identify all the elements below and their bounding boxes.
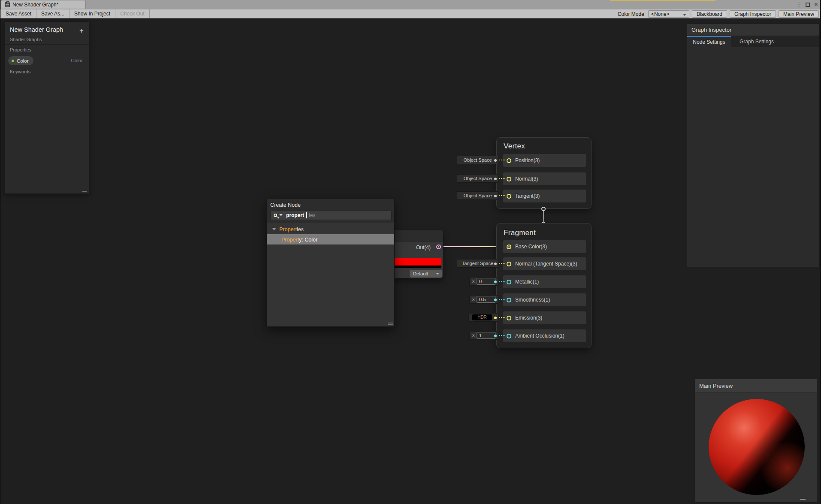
shader-graph-asset-icon: [5, 2, 10, 7]
ao-value-widget[interactable]: X 1: [469, 331, 498, 340]
space-dropdown[interactable]: Object Space: [457, 156, 498, 164]
close-icon[interactable]: ✕: [814, 0, 818, 9]
port-vec3[interactable]: [507, 262, 511, 266]
foldout-arrow-icon[interactable]: [272, 228, 276, 230]
property-color-dot-icon: [12, 60, 14, 62]
inspector-tab-bar: Node Settings Graph Settings: [687, 36, 819, 47]
connector-dot: [494, 299, 497, 301]
connector-dot: [494, 263, 497, 265]
result-match-text: Propert: [281, 237, 299, 243]
color-mode-value: <None>: [651, 11, 670, 17]
tab-graph-settings[interactable]: Graph Settings: [731, 36, 782, 47]
metallic-value-field[interactable]: 0: [477, 278, 495, 285]
main-preview-panel[interactable]: Main Preview: [694, 379, 817, 503]
port-scalar[interactable]: [507, 280, 511, 284]
slot-label: Ambient Occlusion(1): [515, 333, 564, 339]
connector-dash: [499, 281, 505, 282]
x-label: X: [472, 333, 475, 338]
ao-value-field[interactable]: 1: [477, 332, 495, 339]
tab-node-settings[interactable]: Node Settings: [687, 36, 731, 47]
create-node-title: Create Node: [270, 202, 301, 208]
group-rest-text: ies: [297, 226, 304, 232]
smoothness-value-field[interactable]: 0.5: [477, 296, 495, 303]
add-property-button[interactable]: +: [79, 27, 84, 35]
blackboard-resize-grip[interactable]: [82, 191, 87, 192]
slot-label: Position(3): [515, 157, 540, 163]
popup-resize-grip[interactable]: [388, 323, 393, 325]
main-preview-toggle-button[interactable]: Main Preview: [779, 10, 819, 18]
document-tab[interactable]: New Shader Graph*: [1, 0, 86, 9]
slot-label: Normal (Tangent Space)(3): [515, 261, 577, 267]
graph-inspector-title: Graph Inspector: [687, 24, 819, 36]
space-label: Object Space: [463, 193, 492, 198]
show-in-project-button[interactable]: Show In Project: [69, 9, 115, 18]
node-search-input[interactable]: propert ies: [270, 210, 392, 220]
connector-dash: [499, 160, 505, 160]
slot-label: Base Color(3): [515, 244, 547, 250]
slot-label: Normal(3): [515, 176, 538, 182]
search-autocomplete-hint: ies: [309, 212, 315, 218]
group-match-text: Propert: [279, 226, 297, 232]
fragment-normal-slot[interactable]: Normal (Tangent Space)(3): [503, 257, 586, 270]
save-asset-button[interactable]: Save Asset: [1, 9, 36, 18]
fragment-metallic-slot[interactable]: Metallic(1): [503, 275, 586, 288]
port-vec3-connected[interactable]: [507, 244, 511, 249]
create-node-popup: Create Node propert ies Properties Prope…: [266, 198, 395, 327]
preview-resize-grip[interactable]: [800, 499, 806, 500]
connector-dot: [494, 195, 497, 197]
metallic-value-widget[interactable]: X 0: [469, 277, 498, 286]
blackboard-panel[interactable]: New Shader Graph + Shader Graphs Propert…: [4, 21, 89, 194]
blackboard-toggle-button[interactable]: Blackboard: [692, 10, 727, 18]
preview-sphere[interactable]: [709, 399, 805, 495]
port-vec3[interactable]: [507, 194, 511, 199]
connector-dot: [494, 178, 497, 180]
port-vec3[interactable]: [507, 158, 511, 163]
space-label: Object Space: [463, 157, 492, 163]
connector-dash: [499, 299, 505, 300]
emission-hdr-widget[interactable]: HDR: [468, 313, 498, 322]
smoothness-value-widget[interactable]: X 0.5: [469, 295, 498, 304]
hdr-color-swatch[interactable]: HDR: [472, 314, 492, 320]
port-vec3[interactable]: [507, 177, 511, 181]
properties-group-row[interactable]: Properties: [267, 224, 394, 234]
save-as-button[interactable]: Save As...: [36, 9, 69, 18]
toolbar-right-group: Color Mode <None> Blackboard Graph Inspe…: [618, 9, 819, 18]
color-mode-dropdown[interactable]: <None>: [648, 10, 689, 18]
fragment-smoothness-slot[interactable]: Smoothness(1): [503, 293, 586, 306]
top-accent-strip: [610, 0, 715, 1]
check-out-button: Check Out: [115, 9, 150, 18]
search-filter-chevron-icon[interactable]: [279, 214, 283, 216]
fragment-node-title: Fragment: [504, 229, 536, 237]
stack-connector-top-circle[interactable]: [541, 207, 546, 211]
search-results-list: Properties Property: Color: [267, 223, 394, 326]
space-dropdown[interactable]: Object Space: [457, 191, 498, 200]
result-rest-text: y: Color: [299, 237, 317, 243]
vertex-normal-slot[interactable]: Normal(3): [503, 172, 586, 185]
connector-dash: [499, 317, 505, 318]
port-scalar[interactable]: [507, 334, 511, 338]
maximize-icon[interactable]: [806, 3, 810, 7]
fragment-emission-slot[interactable]: Emission(3): [503, 311, 586, 324]
fragment-basecolor-slot[interactable]: Base Color(3): [503, 240, 586, 253]
connector-dot: [494, 317, 497, 319]
property-color-result-row[interactable]: Property: Color: [267, 234, 394, 244]
fragment-node[interactable]: Fragment Base Color(3) Normal (Tangent S…: [496, 223, 592, 348]
out-port-vec4[interactable]: [436, 244, 441, 249]
vertex-position-slot[interactable]: Position(3): [503, 154, 586, 167]
properties-section-label: Properties: [10, 47, 31, 52]
space-dropdown[interactable]: Tangent Space: [457, 259, 498, 268]
fragment-ao-slot[interactable]: Ambient Occlusion(1): [503, 329, 586, 342]
vertex-node[interactable]: Vertex Position(3) Normal(3) Tangent(3): [496, 137, 592, 209]
more-icon[interactable]: ⋮: [796, 0, 802, 9]
shader-graph-window: New Shader Graph* ⋮ ✕ Save Asset Save As…: [0, 0, 821, 504]
vertex-node-title: Vertex: [504, 142, 525, 151]
space-dropdown[interactable]: Object Space: [457, 174, 498, 183]
color-mode-default-dropdown[interactable]: Default: [410, 270, 442, 278]
blackboard-title: New Shader Graph: [10, 26, 63, 33]
port-vec3[interactable]: [507, 316, 511, 320]
port-scalar[interactable]: [507, 298, 511, 302]
graph-inspector-toggle-button[interactable]: Graph Inspector: [730, 10, 776, 18]
vertex-tangent-slot[interactable]: Tangent(3): [503, 190, 586, 202]
graph-inspector-panel[interactable]: Graph Inspector Node Settings Graph Sett…: [687, 24, 820, 267]
property-color-pill[interactable]: Color: [8, 56, 33, 65]
